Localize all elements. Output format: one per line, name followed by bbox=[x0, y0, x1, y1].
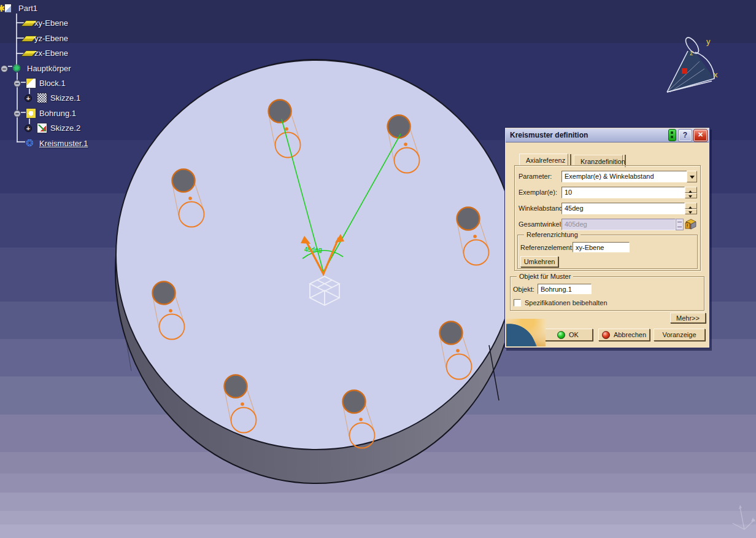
referenzelement-label: Referenzelement: bbox=[520, 244, 574, 251]
view-compass[interactable]: y x z bbox=[667, 36, 718, 92]
help-button[interactable]: ? bbox=[679, 130, 692, 141]
axis-system-icon bbox=[733, 505, 755, 529]
sketch-hidden-icon bbox=[37, 93, 47, 103]
winkelabstand-spinner[interactable] bbox=[685, 203, 697, 214]
axialreferenz-panel: Parameter: Exemplar(e) & Winkelabstand E… bbox=[514, 165, 701, 271]
tree-item-label: yz-Ebene bbox=[34, 34, 68, 43]
collapse-icon[interactable]: − bbox=[14, 80, 21, 87]
tree-item-yz-ebene[interactable]: yz-Ebene bbox=[0, 33, 147, 45]
winkelabstand-input[interactable]: 45deg bbox=[561, 203, 685, 214]
parameter-label: Parameter: bbox=[519, 173, 552, 180]
specification-tree: ✱Part1xy-Ebeneyz-Ebenezx-Ebene−✺Hauptkör… bbox=[0, 0, 160, 160]
tree-item-skizze-2[interactable]: +Skizze.2 bbox=[0, 123, 147, 135]
tree-item-zx-ebene[interactable]: zx-Ebene bbox=[0, 48, 147, 60]
parameter-combobox[interactable]: Exemplar(e) & Winkelabstand bbox=[561, 171, 687, 182]
referenzrichtung-group: Referenzrichtung Referenzelement: xy-Ebe… bbox=[517, 235, 698, 269]
tree-item-hauptk-rper[interactable]: −✺Hauptkörper bbox=[0, 63, 147, 76]
part-doc-icon bbox=[4, 4, 12, 13]
tree-item-label: Block.1 bbox=[39, 79, 66, 88]
part-icon: ✱ bbox=[1, 3, 12, 14]
ok-button-label: OK bbox=[569, 331, 579, 338]
angle-dimension-label: 45deg bbox=[304, 246, 322, 253]
measure-icon[interactable]: f bbox=[685, 219, 697, 230]
catia-corner-decoration bbox=[506, 319, 546, 346]
plane-icon bbox=[23, 48, 34, 58]
cancel-status-icon bbox=[602, 331, 610, 339]
exemplare-spinner[interactable] bbox=[685, 187, 697, 198]
mehr-button[interactable]: Mehr>> bbox=[670, 313, 706, 323]
compass-x-label: x bbox=[714, 70, 718, 79]
body-gear-icon: ✺ bbox=[12, 63, 23, 74]
objekt-input[interactable]: Bohrung.1 bbox=[538, 284, 592, 294]
plane-icon bbox=[23, 18, 34, 28]
catia-viewport: 45deg y x z bbox=[0, 0, 756, 538]
tree-item-skizze-1[interactable]: +Skizze.1 bbox=[0, 93, 147, 105]
pad-icon bbox=[26, 78, 36, 88]
spezifikationen-checkbox[interactable] bbox=[514, 299, 521, 306]
umkehren-button[interactable]: Umkehren bbox=[520, 256, 558, 267]
tree-item-xy-ebene[interactable]: xy-Ebene bbox=[0, 18, 147, 30]
sketch-icon bbox=[37, 123, 47, 133]
tree-item-label: Skizze.2 bbox=[50, 123, 80, 133]
tree-item-block-1[interactable]: −Block.1 bbox=[0, 78, 147, 90]
spin-down-icon[interactable] bbox=[685, 193, 697, 199]
sketch-hidden-glyph bbox=[37, 93, 47, 103]
tree-item-label: Hauptkörper bbox=[27, 64, 71, 73]
collapse-icon[interactable]: − bbox=[1, 65, 8, 72]
tree-item-label: Kreismuster.1 bbox=[39, 139, 88, 148]
exemplare-label: Exemplar(e): bbox=[519, 189, 557, 196]
svg-text:f: f bbox=[687, 224, 688, 228]
gesamtwinkel-label: Gesamtwinkel: bbox=[519, 220, 563, 228]
ok-status-icon bbox=[557, 331, 565, 339]
referenzelement-input[interactable]: xy-Ebene bbox=[573, 242, 630, 252]
expand-icon[interactable]: + bbox=[25, 125, 32, 132]
compass-origin-handle[interactable] bbox=[682, 68, 687, 74]
tree-item-label: Bohrung.1 bbox=[39, 109, 76, 118]
gesamtwinkel-spinner bbox=[676, 219, 684, 230]
tree-item-part1[interactable]: ✱Part1 bbox=[0, 3, 147, 15]
gear-glyph: ✺ bbox=[12, 63, 21, 74]
ok-button[interactable]: OK bbox=[543, 329, 593, 341]
close-button[interactable]: ✕ bbox=[694, 130, 707, 141]
abbrechen-button[interactable]: Abbrechen bbox=[598, 329, 650, 341]
tab-separator bbox=[570, 154, 571, 166]
winkelabstand-label: Winkelabstand: bbox=[519, 205, 565, 212]
compass-y-label: y bbox=[706, 37, 711, 46]
tree-item-kreismuster-1[interactable]: ❂Kreismuster.1 bbox=[0, 138, 147, 150]
kreismuster-dialog: Kreismuster definition ? ✕ Axialreferenz… bbox=[504, 127, 710, 348]
spin-up-icon[interactable] bbox=[685, 203, 697, 209]
circular-pattern-icon: ❂ bbox=[26, 138, 36, 149]
gesamtwinkel-input: 405deg bbox=[561, 219, 676, 230]
tree-item-label: Skizze.1 bbox=[50, 93, 80, 103]
pad-glyph bbox=[26, 78, 36, 88]
voranzeige-button-label: Voranzeige bbox=[662, 331, 696, 338]
objekt-group-label: Objekt für Muster bbox=[517, 273, 573, 280]
voranzeige-button[interactable]: Voranzeige bbox=[654, 329, 705, 341]
plane-icon bbox=[23, 33, 34, 44]
collapse-icon[interactable]: − bbox=[14, 110, 21, 117]
tab-axialreferenz[interactable]: Axialreferenz bbox=[519, 154, 568, 166]
spin-down-icon[interactable] bbox=[685, 209, 697, 215]
objekt-label: Objekt: bbox=[513, 286, 534, 293]
disk-top-face[interactable] bbox=[116, 60, 516, 450]
hole-glyph bbox=[26, 108, 36, 119]
hole-icon bbox=[26, 108, 36, 119]
tree-item-label: zx-Ebene bbox=[34, 49, 68, 58]
referenzrichtung-group-label: Referenzrichtung bbox=[524, 231, 580, 238]
tree-item-bohrung-1[interactable]: −Bohrung.1 bbox=[0, 108, 147, 120]
objekt-fuer-muster-group: Objekt für Muster Objekt: Bohrung.1 Spez… bbox=[510, 276, 704, 311]
tree-item-label: xy-Ebene bbox=[34, 18, 68, 28]
tree-item-label: Part1 bbox=[18, 4, 37, 13]
dialog-titlebar[interactable]: Kreismuster definition ? ✕ bbox=[506, 128, 709, 142]
spin-up-icon[interactable] bbox=[685, 187, 697, 193]
sketch-glyph bbox=[37, 123, 47, 133]
expand-icon[interactable]: + bbox=[25, 95, 32, 102]
compass-z-label: z bbox=[690, 49, 693, 57]
parameter-dropdown-arrow[interactable] bbox=[687, 171, 697, 182]
spezifikationen-checkbox-label: Spezifikationen beibehalten bbox=[525, 299, 608, 306]
dialog-title: Kreismuster definition bbox=[510, 131, 588, 139]
dialog-pin-icon[interactable] bbox=[668, 129, 676, 141]
exemplare-input[interactable]: 10 bbox=[561, 187, 685, 198]
abbrechen-button-label: Abbrechen bbox=[614, 331, 646, 338]
circular-pattern-glyph: ❂ bbox=[26, 138, 34, 147]
